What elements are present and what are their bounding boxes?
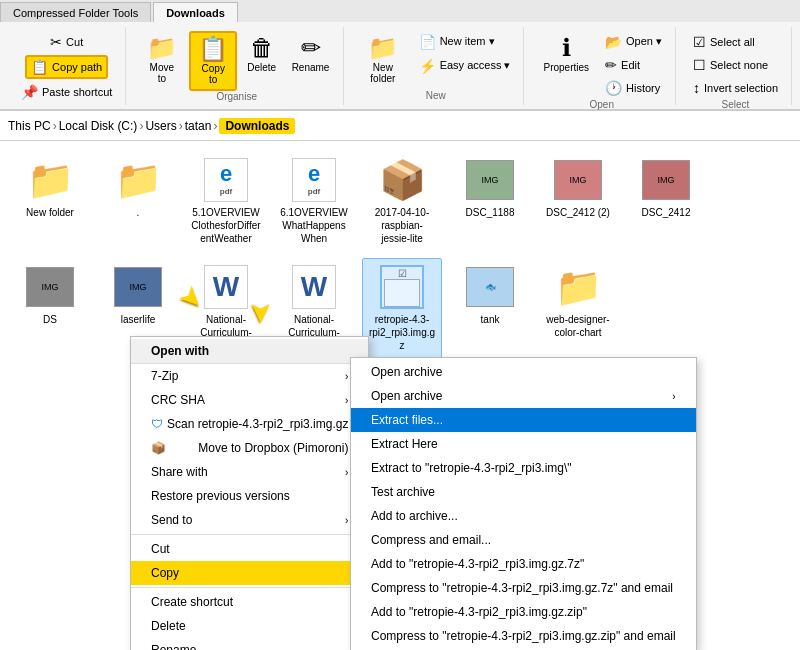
file-label: New folder <box>26 206 74 219</box>
ribbon-group-organise: 📁 Move to 📋 Copy to 🗑 Delete ✏ Rename Or… <box>130 27 344 105</box>
ctx-sep-1 <box>131 534 368 535</box>
ctx-copy[interactable]: Copy <box>131 561 368 585</box>
move-to-button[interactable]: 📁 Move to <box>138 31 185 89</box>
select-all-button[interactable]: ☑ Select all <box>688 31 783 53</box>
cut-button[interactable]: ✂ Cut <box>45 31 88 53</box>
properties-button[interactable]: ℹ Properties <box>536 31 596 78</box>
new-item-button[interactable]: 📄 New item ▾ <box>414 31 516 53</box>
ctx-sendto[interactable]: Send to › <box>131 508 368 532</box>
image-icon-2: IMG <box>554 156 602 204</box>
easy-access-icon: ⚡ <box>419 58 436 74</box>
sub-compress-7z-email[interactable]: Compress to "retropie-4.3-rpi2_rpi3.img.… <box>351 576 696 600</box>
select-none-icon: ☐ <box>693 57 706 73</box>
tab-compressed-folder-tools[interactable]: Compressed Folder Tools <box>0 2 151 22</box>
paste-shortcut-button[interactable]: 📌 Paste shortcut <box>16 81 117 103</box>
sub-open-archive-2[interactable]: Open archive › <box>351 384 696 408</box>
list-item[interactable]: 📁 . <box>98 151 178 250</box>
list-item[interactable]: 🐟 tank <box>450 258 530 370</box>
new-folder-icon: 📁 <box>368 36 398 60</box>
open-button[interactable]: 📂 Open ▾ <box>600 31 667 53</box>
sub-extract-to[interactable]: Extract to "retropie-4.3-rpi2_rpi3.img\" <box>351 456 696 480</box>
crumb-this-pc[interactable]: This PC <box>8 119 51 133</box>
organise-label: Organise <box>216 91 257 102</box>
ctx-create-shortcut[interactable]: Create shortcut <box>131 590 368 614</box>
new-folder-button[interactable]: 📁 New folder <box>356 31 410 89</box>
copy-path-button[interactable]: 📋 Copy path <box>25 55 108 79</box>
web-designer-icon: 📁 <box>554 263 602 311</box>
paste-icon: 📌 <box>21 84 38 100</box>
ctx-restore[interactable]: Restore previous versions <box>131 484 368 508</box>
ribbon-group-open: ℹ Properties 📂 Open ▾ ✏ Edit 🕐 History <box>528 27 676 105</box>
file-label: web-designer-color-chart <box>543 313 613 339</box>
pdf-icon: e pdf <box>202 156 250 204</box>
new-item-icon: 📄 <box>419 34 436 50</box>
file-label: 2017-04-10-raspbian-jessie-lite <box>367 206 437 245</box>
ctx-cut[interactable]: Cut <box>131 537 368 561</box>
laser-icon: IMG <box>114 263 162 311</box>
ctx-arrow-7zip: › <box>345 371 348 382</box>
sub-extract-files[interactable]: Extract files... <box>351 408 696 432</box>
crumb-sep-1: › <box>53 119 57 133</box>
list-item[interactable]: IMG DSC_2412 <box>626 151 706 250</box>
file-label: DSC_2412 (2) <box>546 206 610 219</box>
word-icon-2: W <box>290 263 338 311</box>
sub-extract-here[interactable]: Extract Here <box>351 432 696 456</box>
selected-file-item[interactable]: ☑ retropie-4.3-rpi2_rpi3.img.gz <box>362 258 442 370</box>
open-label: Open <box>590 99 614 110</box>
ctx-arrow-crcsha: › <box>345 395 348 406</box>
new-label: New <box>426 90 446 101</box>
select-label: Select <box>722 99 750 110</box>
rename-icon: ✏ <box>301 36 321 60</box>
file-label: DS <box>43 313 57 326</box>
history-button[interactable]: 🕐 History <box>600 77 667 99</box>
delete-button[interactable]: 🗑 Delete <box>241 31 282 78</box>
sub-add-7z[interactable]: Add to "retropie-4.3-rpi2_rpi3.img.gz.7z… <box>351 552 696 576</box>
ctx-crcsha[interactable]: CRC SHA › <box>131 388 368 412</box>
ribbon-group-select: ☑ Select all ☐ Select none ↕ Invert sele… <box>680 27 792 105</box>
crumb-tatan[interactable]: tatan <box>185 119 212 133</box>
file-area: 📁 New folder 📁 . e pdf 5.1OVERVIEWClothe… <box>0 141 800 650</box>
crumb-sep-2: › <box>139 119 143 133</box>
image-icon-3: IMG <box>642 156 690 204</box>
list-item[interactable]: e pdf 6.1OVERVIEWWhatHappensWhen <box>274 151 354 250</box>
copy-path-icon: 📋 <box>31 59 48 75</box>
crumb-local-disk[interactable]: Local Disk (C:) <box>59 119 138 133</box>
edit-button[interactable]: ✏ Edit <box>600 54 667 76</box>
sub-compress-zip-email[interactable]: Compress to "retropie-4.3-rpi2_rpi3.img.… <box>351 624 696 648</box>
context-menu-header: Open with <box>131 339 368 364</box>
sub-open-archive-1[interactable]: Open archive <box>351 360 696 384</box>
ctx-share[interactable]: Share with › <box>131 460 368 484</box>
rename-button[interactable]: ✏ Rename <box>286 31 335 78</box>
list-item[interactable]: IMG DSC_1188 <box>450 151 530 250</box>
crumb-users[interactable]: Users <box>145 119 176 133</box>
ctx-scan[interactable]: 🛡 Scan retropie-4.3-rpi2_rpi3.img.gz <box>131 412 368 436</box>
sub-test-archive[interactable]: Test archive <box>351 480 696 504</box>
tab-row: Compressed Folder Tools Downloads <box>0 0 800 22</box>
select-none-button[interactable]: ☐ Select none <box>688 54 783 76</box>
ctx-rename[interactable]: Rename <box>131 638 368 650</box>
history-icon: 🕐 <box>605 80 622 96</box>
folder-zip-icon: 📦 <box>378 156 426 204</box>
sub-add-archive[interactable]: Add to archive... <box>351 504 696 528</box>
file-label: DSC_1188 <box>466 206 515 219</box>
sub-add-zip[interactable]: Add to "retropie-4.3-rpi2_rpi3.img.gz.zi… <box>351 600 696 624</box>
invert-selection-button[interactable]: ↕ Invert selection <box>688 77 783 99</box>
easy-access-button[interactable]: ⚡ Easy access ▾ <box>414 55 516 77</box>
ctx-sep-2 <box>131 587 368 588</box>
sub-compress-email[interactable]: Compress and email... <box>351 528 696 552</box>
list-item[interactable]: 📦 2017-04-10-raspbian-jessie-lite <box>362 151 442 250</box>
crumb-sep-4: › <box>213 119 217 133</box>
list-item[interactable]: e pdf 5.1OVERVIEWClothesforDifferentWeat… <box>186 151 266 250</box>
ctx-7zip[interactable]: 7-Zip › <box>131 364 368 388</box>
list-item[interactable]: 📁 web-designer-color-chart <box>538 258 618 370</box>
crumb-downloads[interactable]: Downloads <box>219 118 295 134</box>
list-item[interactable]: IMG DS <box>10 258 90 370</box>
list-item[interactable]: IMG DSC_2412 (2) <box>538 151 618 250</box>
ctx-dropbox[interactable]: 📦 Move to Dropbox (Pimoroni) <box>131 436 368 460</box>
copy-to-button[interactable]: 📋 Copy to <box>189 31 237 91</box>
ctx-delete[interactable]: Delete <box>131 614 368 638</box>
tab-downloads[interactable]: Downloads <box>153 2 238 22</box>
crumb-sep-3: › <box>179 119 183 133</box>
list-item[interactable]: 📁 New folder <box>10 151 90 250</box>
pdf-icon-2: e pdf <box>290 156 338 204</box>
